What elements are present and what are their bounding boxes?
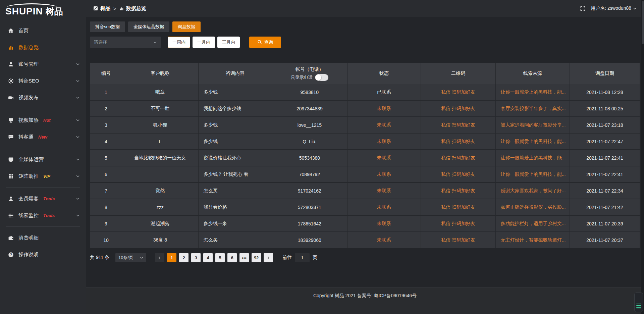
cell-source[interactable]: 让你一眼就爱上的黑科技，能...: [496, 84, 570, 100]
page-size-value: 10条/页: [118, 255, 133, 261]
page-ellipsis[interactable]: •••: [239, 253, 249, 262]
sidebar-item-video-publish[interactable]: 视频发布: [0, 89, 86, 106]
table-row: 7觉然怎么买917024162未联系私信 扫码加好友感谢大家喜欢我家，被问了好.…: [90, 182, 640, 199]
cell-source[interactable]: 如何正确选择投影仪，买投影...: [496, 199, 570, 215]
cell-status: 未联系: [347, 150, 421, 166]
table-row: 2不可一世我想问这个多少钱2097344839未联系私信 扫码加好友客厅安装投影…: [90, 100, 640, 117]
cell-date: 2021-11-07 20:37: [570, 232, 640, 248]
page-button-4[interactable]: 4: [203, 253, 213, 262]
cell-content: 多少钱: [199, 134, 272, 149]
sliders-icon: [7, 213, 14, 218]
scrollbar-thumb[interactable]: [642, 1, 644, 44]
phone-only-toggle[interactable]: [315, 74, 328, 81]
page-button-6[interactable]: 6: [227, 253, 237, 262]
cell-status: 未联系: [347, 199, 421, 215]
table-row: 9潮起潮落多少钱一米178651642未联系私信 扫码加好友多功能护栏灯，适用于…: [90, 215, 640, 232]
table-row: 4L多少钱Q_Liu.未联系私信 扫码加好友让你一眼就爱上的黑科技，能...20…: [90, 133, 640, 150]
cell-qrcode[interactable]: 私信 扫码加好友: [421, 183, 496, 199]
sidebar-divider: [6, 109, 80, 109]
cell-source[interactable]: 让你一眼就爱上的黑科技，能...: [496, 134, 570, 149]
sidebar-item-account-manage[interactable]: 账号管理: [0, 56, 86, 72]
sidebar-menu: 首页数据总览账号管理抖音SEO视频发布视频加热Hot抖客通New全媒体运营矩阵助…: [0, 22, 86, 263]
cell-qrcode[interactable]: 私信 扫码加好友: [421, 117, 496, 133]
floating-widget: [634, 293, 643, 312]
cell-source[interactable]: 感谢大家喜欢我家，被问了好...: [496, 183, 570, 199]
table-row: 3狐小狸多少钱love__1215未联系私信 扫码加好友被大家追着问的客厅投影分…: [90, 117, 640, 133]
cell-qrcode[interactable]: 私信 扫码加好友: [421, 134, 496, 149]
cell-content: 我想问这个多少钱: [199, 101, 272, 116]
sidebar-item-data-overview[interactable]: 数据总览: [0, 39, 86, 56]
tab-douyin-seo-data[interactable]: 抖音seo数据: [90, 21, 125, 32]
sidebar: SHUPIN 树品 首页数据总览账号管理抖音SEO视频发布视频加热Hot抖客通N…: [0, 0, 86, 314]
home-icon: [7, 28, 14, 34]
filter-select[interactable]: 请选择: [90, 37, 161, 48]
cell-account: 70898792: [272, 166, 347, 182]
breadcrumb-home[interactable]: 树品: [100, 5, 110, 12]
cell-qrcode[interactable]: 私信 扫码加好友: [421, 101, 496, 116]
next-page-button[interactable]: [264, 253, 273, 262]
cell-source[interactable]: 让你一眼就爱上的黑科技，能...: [496, 166, 570, 182]
cell-id: 1: [90, 84, 122, 100]
sidebar-item-home[interactable]: 首页: [0, 22, 86, 39]
cell-account: 572803371: [272, 199, 347, 215]
cell-qrcode[interactable]: 私信 扫码加好友: [421, 216, 496, 231]
sidebar-item-doukertong[interactable]: 抖客通New: [0, 128, 86, 145]
tab-media-ops-data[interactable]: 全媒体运营数据: [128, 21, 169, 32]
page-button-1[interactable]: 1: [167, 253, 176, 262]
user-menu[interactable]: 用户名: zswodun88: [591, 5, 637, 11]
chevron-down-icon: [76, 157, 80, 161]
sidebar-item-consume-detail[interactable]: 消费明细: [0, 229, 86, 246]
page-button-3[interactable]: 3: [191, 253, 201, 262]
cell-source[interactable]: 被大家追着问的客厅投影分享...: [496, 117, 570, 133]
sidebar-item-clue-monitor[interactable]: 线索监控Tools: [0, 207, 86, 224]
sidebar-item-label: 视频发布: [18, 95, 39, 101]
table-row: 1036度 8怎么买183929060未联系私信 扫码加好友无主灯设计，智能磁吸…: [90, 232, 640, 248]
cell-qrcode[interactable]: 私信 扫码加好友: [421, 166, 496, 182]
page-unit-label: 页: [313, 255, 317, 261]
page-button-5[interactable]: 5: [215, 253, 225, 262]
scrollbar[interactable]: [641, 0, 644, 314]
range-button-quarter[interactable]: 三月内: [217, 37, 240, 48]
cell-account: love__1215: [272, 117, 347, 133]
cell-qrcode[interactable]: 私信 扫码加好友: [421, 150, 496, 166]
screen-icon: [7, 157, 14, 162]
sidebar-item-label: 账号管理: [18, 61, 39, 67]
table-row: 5当地比较能吃的一位美女说说价格让我死心50534380未联系私信 扫码加好友让…: [90, 150, 640, 166]
sidebar-item-matrix-boost[interactable]: 矩阵助推VIP: [0, 168, 86, 185]
tab-inquiry-data[interactable]: 询盘数据: [172, 21, 201, 32]
sidebar-item-help[interactable]: ?操作说明: [0, 246, 86, 263]
sidebar-item-label: 首页: [18, 28, 29, 34]
cell-source[interactable]: 无主灯设计，智能磁吸轨道灯...: [496, 232, 570, 248]
fullscreen-icon[interactable]: [580, 6, 585, 11]
logo-arc: [7, 3, 57, 7]
range-button-month[interactable]: 一月内: [193, 37, 215, 48]
logo: SHUPIN 树品: [0, 0, 86, 19]
search-button[interactable]: 查询: [249, 37, 281, 48]
cell-date: 2021-11-08 00:25: [570, 101, 640, 116]
cell-status: 未联系: [347, 166, 421, 182]
sidebar-item-label: 全媒体运营: [18, 156, 44, 163]
cell-source[interactable]: 让你一眼就爱上的黑科技，能...: [496, 150, 570, 166]
sidebar-item-member-boom[interactable]: 会员爆客Tools: [0, 190, 86, 207]
page-button-92[interactable]: 92: [252, 253, 261, 262]
sidebar-item-label: 消费明细: [18, 235, 39, 241]
page-size-select[interactable]: 10条/页: [115, 253, 146, 262]
sidebar-item-video-heat[interactable]: 视频加热Hot: [0, 112, 86, 128]
chevron-down-icon: [76, 197, 80, 201]
cell-nickname: 潮起潮落: [122, 216, 199, 231]
cell-qrcode[interactable]: 私信 扫码加好友: [421, 199, 496, 215]
page-button-2[interactable]: 2: [179, 253, 189, 262]
topbar-right: 用户名: zswodun88: [580, 5, 637, 11]
cell-qrcode[interactable]: 私信 扫码加好友: [421, 84, 496, 100]
cell-source[interactable]: 客厅安装投影半年多了，真实...: [496, 101, 570, 116]
cell-qrcode[interactable]: 私信 扫码加好友: [421, 232, 496, 248]
cell-source[interactable]: 多功能护栏灯，适用于乡村文...: [496, 216, 570, 231]
prev-page-button[interactable]: [155, 253, 164, 262]
sidebar-item-douyin-seo[interactable]: 抖音SEO: [0, 72, 86, 89]
footer: Copyright 树品 2021 备案号: 粤ICP备09019646号: [86, 287, 644, 314]
table-row: 1哦章多少钱9583810已联系私信 扫码加好友让你一眼就爱上的黑科技，能...…: [90, 84, 640, 100]
cell-date: 2021-11-07 21:42: [570, 199, 640, 215]
sidebar-item-media-ops[interactable]: 全媒体运营: [0, 151, 86, 168]
range-button-week[interactable]: 一周内: [168, 37, 190, 48]
goto-page-input[interactable]: 1: [295, 253, 310, 262]
